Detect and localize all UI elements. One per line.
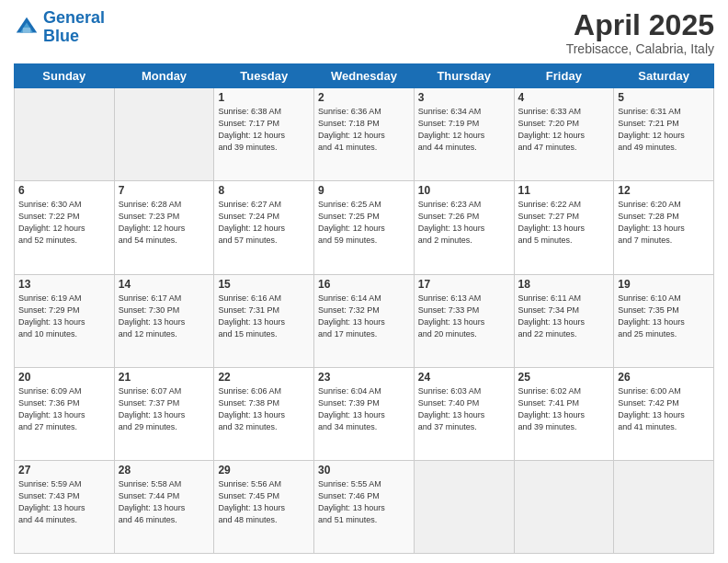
- day-header-sunday: Sunday: [15, 64, 115, 88]
- day-info: Sunrise: 5:58 AM Sunset: 7:44 PM Dayligh…: [119, 478, 210, 526]
- day-number: 3: [418, 91, 510, 104]
- day-number: 7: [119, 184, 210, 197]
- calendar-cell: [514, 460, 614, 553]
- day-info: Sunrise: 6:07 AM Sunset: 7:37 PM Dayligh…: [119, 385, 210, 433]
- day-info: Sunrise: 5:56 AM Sunset: 7:45 PM Dayligh…: [218, 478, 310, 526]
- calendar-cell: 30Sunrise: 5:55 AM Sunset: 7:46 PM Dayli…: [314, 460, 415, 553]
- calendar-cell: 10Sunrise: 6:23 AM Sunset: 7:26 PM Dayli…: [414, 181, 514, 274]
- day-number: 1: [218, 91, 310, 104]
- calendar-cell: 15Sunrise: 6:16 AM Sunset: 7:31 PM Dayli…: [214, 274, 314, 367]
- day-number: 11: [518, 184, 610, 197]
- logo-line2: Blue: [43, 27, 79, 45]
- calendar-cell: 1Sunrise: 6:38 AM Sunset: 7:17 PM Daylig…: [214, 88, 314, 181]
- day-number: 27: [18, 464, 110, 477]
- day-number: 13: [18, 278, 110, 291]
- calendar-week-row: 6Sunrise: 6:30 AM Sunset: 7:22 PM Daylig…: [15, 181, 714, 274]
- day-info: Sunrise: 6:04 AM Sunset: 7:39 PM Dayligh…: [318, 385, 410, 433]
- calendar-cell: 25Sunrise: 6:02 AM Sunset: 7:41 PM Dayli…: [514, 367, 614, 460]
- logo-line1: General: [43, 8, 105, 27]
- calendar-cell: 3Sunrise: 6:34 AM Sunset: 7:19 PM Daylig…: [414, 88, 514, 181]
- day-info: Sunrise: 6:11 AM Sunset: 7:34 PM Dayligh…: [518, 293, 610, 340]
- day-info: Sunrise: 6:38 AM Sunset: 7:17 PM Dayligh…: [218, 106, 310, 154]
- logo-icon: [14, 15, 40, 40]
- day-number: 17: [418, 278, 510, 291]
- calendar-cell: [114, 88, 214, 181]
- day-number: 4: [518, 91, 610, 104]
- calendar-cell: 19Sunrise: 6:10 AM Sunset: 7:35 PM Dayli…: [614, 274, 714, 367]
- calendar-cell: 2Sunrise: 6:36 AM Sunset: 7:18 PM Daylig…: [314, 88, 415, 181]
- calendar-cell: 20Sunrise: 6:09 AM Sunset: 7:36 PM Dayli…: [15, 367, 115, 460]
- calendar-header-row: SundayMondayTuesdayWednesdayThursdayFrid…: [15, 64, 714, 88]
- day-info: Sunrise: 6:16 AM Sunset: 7:31 PM Dayligh…: [218, 293, 310, 340]
- calendar-cell: 26Sunrise: 6:00 AM Sunset: 7:42 PM Dayli…: [614, 367, 714, 460]
- header: General Blue April 2025 Trebisacce, Cala…: [14, 9, 714, 56]
- day-number: 23: [318, 371, 410, 384]
- day-info: Sunrise: 6:09 AM Sunset: 7:36 PM Dayligh…: [18, 385, 110, 433]
- page: General Blue April 2025 Trebisacce, Cala…: [0, 0, 728, 563]
- day-number: 20: [18, 371, 110, 384]
- day-number: 9: [318, 184, 410, 197]
- title-block: April 2025 Trebisacce, Calabria, Italy: [566, 9, 714, 56]
- day-number: 2: [318, 91, 410, 104]
- day-info: Sunrise: 5:55 AM Sunset: 7:46 PM Dayligh…: [318, 478, 410, 526]
- calendar-week-row: 1Sunrise: 6:38 AM Sunset: 7:17 PM Daylig…: [15, 88, 714, 181]
- day-info: Sunrise: 6:03 AM Sunset: 7:40 PM Dayligh…: [418, 385, 510, 433]
- day-number: 25: [518, 371, 610, 384]
- calendar-cell: 6Sunrise: 6:30 AM Sunset: 7:22 PM Daylig…: [15, 181, 115, 274]
- day-number: 24: [418, 371, 510, 384]
- calendar-cell: 18Sunrise: 6:11 AM Sunset: 7:34 PM Dayli…: [514, 274, 614, 367]
- day-info: Sunrise: 6:17 AM Sunset: 7:30 PM Dayligh…: [119, 293, 210, 340]
- calendar-cell: [614, 460, 714, 553]
- calendar-cell: 27Sunrise: 5:59 AM Sunset: 7:43 PM Dayli…: [15, 460, 115, 553]
- day-header-friday: Friday: [514, 64, 614, 88]
- calendar-cell: 17Sunrise: 6:13 AM Sunset: 7:33 PM Dayli…: [414, 274, 514, 367]
- day-number: 10: [418, 184, 510, 197]
- day-info: Sunrise: 6:34 AM Sunset: 7:19 PM Dayligh…: [418, 106, 510, 154]
- day-header-wednesday: Wednesday: [314, 64, 415, 88]
- logo: General Blue: [14, 9, 105, 46]
- day-info: Sunrise: 6:31 AM Sunset: 7:21 PM Dayligh…: [618, 106, 710, 154]
- day-info: Sunrise: 6:06 AM Sunset: 7:38 PM Dayligh…: [218, 385, 310, 433]
- day-info: Sunrise: 6:30 AM Sunset: 7:22 PM Dayligh…: [18, 199, 110, 247]
- calendar-cell: 21Sunrise: 6:07 AM Sunset: 7:37 PM Dayli…: [114, 367, 214, 460]
- day-number: 8: [218, 184, 310, 197]
- calendar-cell: 22Sunrise: 6:06 AM Sunset: 7:38 PM Dayli…: [214, 367, 314, 460]
- logo-text: General Blue: [43, 9, 105, 46]
- day-info: Sunrise: 6:25 AM Sunset: 7:25 PM Dayligh…: [318, 199, 410, 247]
- day-number: 5: [618, 91, 710, 104]
- day-info: Sunrise: 6:23 AM Sunset: 7:26 PM Dayligh…: [418, 199, 510, 247]
- day-number: 12: [618, 184, 710, 197]
- day-header-saturday: Saturday: [614, 64, 714, 88]
- day-info: Sunrise: 5:59 AM Sunset: 7:43 PM Dayligh…: [18, 478, 110, 526]
- calendar-cell: 24Sunrise: 6:03 AM Sunset: 7:40 PM Dayli…: [414, 367, 514, 460]
- day-info: Sunrise: 6:27 AM Sunset: 7:24 PM Dayligh…: [218, 199, 310, 247]
- calendar-cell: 23Sunrise: 6:04 AM Sunset: 7:39 PM Dayli…: [314, 367, 415, 460]
- day-info: Sunrise: 6:28 AM Sunset: 7:23 PM Dayligh…: [119, 199, 210, 247]
- day-number: 15: [218, 278, 310, 291]
- day-number: 18: [518, 278, 610, 291]
- day-number: 14: [119, 278, 210, 291]
- calendar-cell: 5Sunrise: 6:31 AM Sunset: 7:21 PM Daylig…: [614, 88, 714, 181]
- calendar-week-row: 13Sunrise: 6:19 AM Sunset: 7:29 PM Dayli…: [15, 274, 714, 367]
- day-info: Sunrise: 6:19 AM Sunset: 7:29 PM Dayligh…: [18, 293, 110, 340]
- day-info: Sunrise: 6:00 AM Sunset: 7:42 PM Dayligh…: [618, 385, 710, 433]
- day-info: Sunrise: 6:14 AM Sunset: 7:32 PM Dayligh…: [318, 293, 410, 340]
- calendar-cell: [15, 88, 115, 181]
- calendar-cell: 29Sunrise: 5:56 AM Sunset: 7:45 PM Dayli…: [214, 460, 314, 553]
- day-number: 26: [618, 371, 710, 384]
- day-info: Sunrise: 6:36 AM Sunset: 7:18 PM Dayligh…: [318, 106, 410, 154]
- calendar-cell: 16Sunrise: 6:14 AM Sunset: 7:32 PM Dayli…: [314, 274, 415, 367]
- calendar-cell: 9Sunrise: 6:25 AM Sunset: 7:25 PM Daylig…: [314, 181, 415, 274]
- day-info: Sunrise: 6:13 AM Sunset: 7:33 PM Dayligh…: [418, 293, 510, 340]
- day-number: 29: [218, 464, 310, 477]
- calendar-cell: 12Sunrise: 6:20 AM Sunset: 7:28 PM Dayli…: [614, 181, 714, 274]
- calendar-cell: 28Sunrise: 5:58 AM Sunset: 7:44 PM Dayli…: [114, 460, 214, 553]
- day-info: Sunrise: 6:22 AM Sunset: 7:27 PM Dayligh…: [518, 199, 610, 247]
- day-header-tuesday: Tuesday: [214, 64, 314, 88]
- month-title: April 2025: [566, 9, 714, 41]
- day-number: 16: [318, 278, 410, 291]
- calendar-table: SundayMondayTuesdayWednesdayThursdayFrid…: [14, 63, 714, 554]
- calendar-week-row: 20Sunrise: 6:09 AM Sunset: 7:36 PM Dayli…: [15, 367, 714, 460]
- svg-rect-2: [23, 28, 30, 33]
- day-info: Sunrise: 6:20 AM Sunset: 7:28 PM Dayligh…: [618, 199, 710, 247]
